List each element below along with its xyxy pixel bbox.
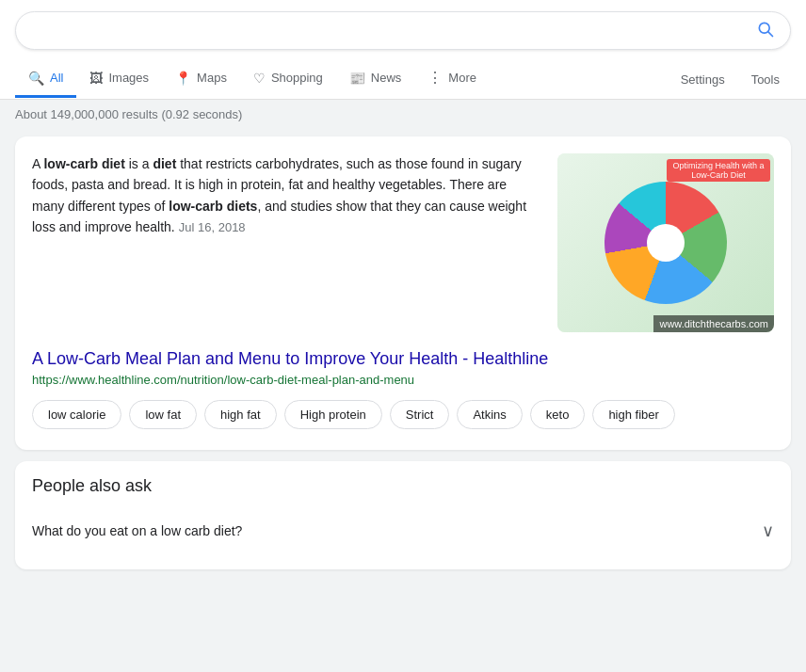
tab-shopping-label: Shopping bbox=[271, 71, 323, 85]
filter-chip-1[interactable]: low fat bbox=[129, 400, 197, 429]
filter-chip-0[interactable]: low calorie bbox=[32, 400, 121, 429]
tab-more[interactable]: More bbox=[414, 59, 490, 99]
tab-maps-label: Maps bbox=[197, 71, 227, 85]
snippet-link: A Low-Carb Meal Plan and Menu to Improve… bbox=[32, 347, 774, 387]
paa-item-0-text: What do you eat on a low carb diet? bbox=[32, 523, 242, 538]
tab-maps[interactable]: 📍 Maps bbox=[162, 61, 240, 98]
images-icon: 🖼 bbox=[89, 71, 103, 86]
filter-chip-7[interactable]: high fiber bbox=[592, 400, 674, 429]
more-icon bbox=[427, 69, 443, 87]
image-source: www.ditchthecarbs.com bbox=[653, 315, 774, 332]
snippet-card: A low-carb diet is a diet that restricts… bbox=[15, 136, 791, 450]
snippet-bold3: low-carb diets bbox=[169, 199, 257, 214]
image-title-badge: Optimizing Health with a Low-Carb Diet bbox=[667, 159, 770, 182]
chart-visual bbox=[604, 182, 727, 304]
filter-chip-3[interactable]: High protein bbox=[284, 400, 382, 429]
snippet-image-visual: Optimizing Health with a Low-Carb Diet bbox=[557, 153, 774, 332]
tab-all-label: All bbox=[50, 71, 63, 85]
paa-title: People also ask bbox=[32, 476, 774, 496]
tab-shopping[interactable]: ♡ Shopping bbox=[240, 61, 336, 98]
search-input[interactable]: what is the low carb diet bbox=[31, 23, 756, 40]
nav-tabs: 🔍 All 🖼 Images 📍 Maps ♡ Shopping 📰 News … bbox=[15, 59, 791, 99]
search-button[interactable] bbox=[756, 20, 775, 41]
filter-chip-2[interactable]: high fat bbox=[204, 400, 277, 429]
tab-news[interactable]: 📰 News bbox=[336, 61, 415, 98]
svg-line-1 bbox=[768, 32, 773, 37]
filter-chip-4[interactable]: Strict bbox=[390, 400, 450, 429]
filter-chips: low calorielow fathigh fatHigh proteinSt… bbox=[32, 400, 774, 433]
chevron-down-icon: ∨ bbox=[762, 520, 774, 541]
snippet-link-url[interactable]: https://www.healthline.com/nutrition/low… bbox=[32, 373, 774, 387]
tab-news-label: News bbox=[371, 71, 402, 85]
snippet-link-title[interactable]: A Low-Carb Meal Plan and Menu to Improve… bbox=[32, 347, 774, 371]
tools-link[interactable]: Tools bbox=[740, 63, 791, 96]
shopping-icon: ♡ bbox=[253, 71, 266, 86]
snippet-bold2: diet bbox=[153, 156, 176, 171]
tab-all[interactable]: 🔍 All bbox=[15, 61, 76, 98]
tab-more-label: More bbox=[448, 71, 476, 85]
chart-inner bbox=[647, 224, 685, 262]
news-icon: 📰 bbox=[349, 71, 365, 86]
snippet-body: A low-carb diet is a diet that restricts… bbox=[32, 153, 774, 332]
snippet-text-before: A bbox=[32, 156, 43, 171]
paa-section: People also ask What do you eat on a low… bbox=[15, 461, 791, 569]
snippet-bold1: low-carb diet bbox=[43, 156, 124, 171]
search-header: what is the low carb diet 🔍 All 🖼 Images… bbox=[0, 0, 806, 100]
snippet-image[interactable]: Optimizing Health with a Low-Carb Diet w… bbox=[557, 153, 774, 332]
all-icon: 🔍 bbox=[28, 71, 44, 86]
nav-separator: Settings Tools bbox=[669, 63, 791, 96]
filter-chip-5[interactable]: Atkins bbox=[457, 400, 522, 429]
paa-item-0[interactable]: What do you eat on a low carb diet? ∨ bbox=[32, 507, 774, 554]
snippet-text: A low-carb diet is a diet that restricts… bbox=[32, 153, 542, 332]
tab-images[interactable]: 🖼 Images bbox=[76, 61, 162, 98]
snippet-date: Jul 16, 2018 bbox=[179, 220, 246, 234]
filter-chip-6[interactable]: keto bbox=[530, 400, 586, 429]
tab-images-label: Images bbox=[108, 71, 149, 85]
search-icon bbox=[756, 20, 775, 39]
settings-link[interactable]: Settings bbox=[669, 63, 736, 96]
results-count: About 149,000,000 results (0.92 seconds) bbox=[0, 100, 806, 129]
snippet-text-is-a: is a bbox=[125, 156, 153, 171]
maps-icon: 📍 bbox=[175, 71, 191, 86]
main-content: A low-carb diet is a diet that restricts… bbox=[0, 129, 806, 588]
search-bar: what is the low carb diet bbox=[15, 11, 791, 50]
